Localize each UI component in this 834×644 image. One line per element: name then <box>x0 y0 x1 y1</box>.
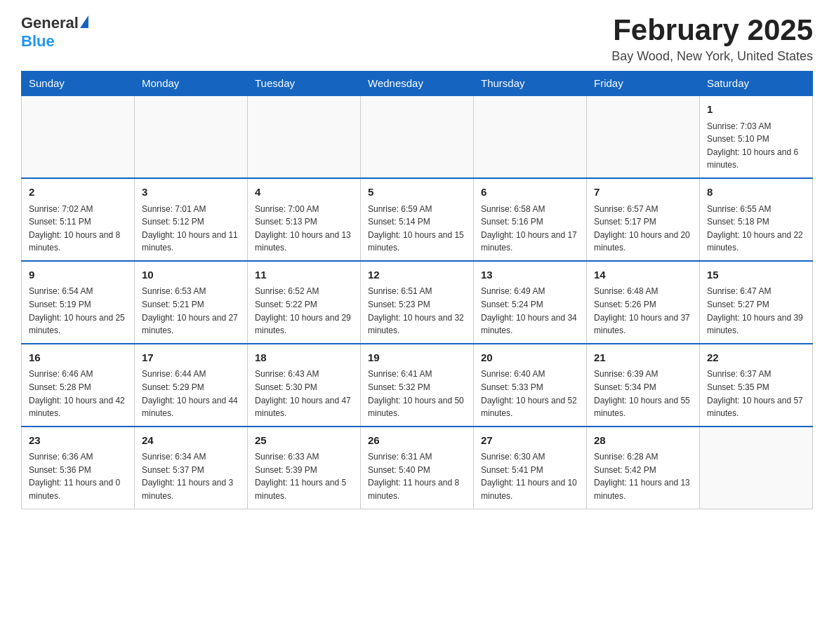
title-section: February 2025 Bay Wood, New York, United… <box>611 14 813 64</box>
day-number: 6 <box>481 185 579 201</box>
calendar-day-cell: 27Sunrise: 6:30 AMSunset: 5:41 PMDayligh… <box>474 427 587 509</box>
day-of-week-header: Friday <box>587 72 700 96</box>
calendar-day-cell: 7Sunrise: 6:57 AMSunset: 5:17 PMDaylight… <box>587 178 700 261</box>
calendar-week-row: 2Sunrise: 7:02 AMSunset: 5:11 PMDaylight… <box>22 178 813 261</box>
day-number: 2 <box>29 185 127 201</box>
calendar-week-row: 16Sunrise: 6:46 AMSunset: 5:28 PMDayligh… <box>22 344 813 427</box>
calendar-day-cell: 24Sunrise: 6:34 AMSunset: 5:37 PMDayligh… <box>135 427 248 509</box>
day-of-week-header: Saturday <box>700 72 813 96</box>
day-info-text: Sunrise: 6:55 AMSunset: 5:18 PMDaylight:… <box>707 203 805 255</box>
calendar-day-cell <box>22 95 135 178</box>
calendar-day-cell: 26Sunrise: 6:31 AMSunset: 5:40 PMDayligh… <box>361 427 474 509</box>
logo: General Blue <box>21 14 88 51</box>
calendar-day-cell: 3Sunrise: 7:01 AMSunset: 5:12 PMDaylight… <box>135 178 248 261</box>
calendar-day-cell: 2Sunrise: 7:02 AMSunset: 5:11 PMDaylight… <box>22 178 135 261</box>
calendar-day-cell: 9Sunrise: 6:54 AMSunset: 5:19 PMDaylight… <box>22 261 135 344</box>
calendar-day-cell <box>361 95 474 178</box>
day-number: 8 <box>707 185 805 201</box>
calendar-day-cell: 17Sunrise: 6:44 AMSunset: 5:29 PMDayligh… <box>135 344 248 427</box>
day-of-week-header: Wednesday <box>361 72 474 96</box>
day-number: 17 <box>142 350 240 366</box>
calendar-day-cell <box>474 95 587 178</box>
day-number: 13 <box>481 267 579 283</box>
calendar-week-row: 23Sunrise: 6:36 AMSunset: 5:36 PMDayligh… <box>22 427 813 509</box>
day-of-week-header: Thursday <box>474 72 587 96</box>
days-of-week-row: SundayMondayTuesdayWednesdayThursdayFrid… <box>22 72 813 96</box>
day-info-text: Sunrise: 6:36 AMSunset: 5:36 PMDaylight:… <box>29 450 127 502</box>
day-info-text: Sunrise: 6:47 AMSunset: 5:27 PMDaylight:… <box>707 285 805 337</box>
day-info-text: Sunrise: 6:53 AMSunset: 5:21 PMDaylight:… <box>142 285 240 337</box>
calendar-day-cell: 12Sunrise: 6:51 AMSunset: 5:23 PMDayligh… <box>361 261 474 344</box>
logo-general-text: General <box>21 14 79 32</box>
day-number: 7 <box>594 185 692 201</box>
calendar-day-cell: 16Sunrise: 6:46 AMSunset: 5:28 PMDayligh… <box>22 344 135 427</box>
location-subtitle: Bay Wood, New York, United States <box>611 49 813 64</box>
logo-triangle-icon <box>80 15 88 28</box>
day-number: 14 <box>594 267 692 283</box>
day-number: 1 <box>707 102 805 118</box>
day-number: 9 <box>29 267 127 283</box>
day-of-week-header: Monday <box>135 72 248 96</box>
calendar-day-cell: 20Sunrise: 6:40 AMSunset: 5:33 PMDayligh… <box>474 344 587 427</box>
day-info-text: Sunrise: 6:33 AMSunset: 5:39 PMDaylight:… <box>255 450 353 502</box>
day-number: 18 <box>255 350 353 366</box>
calendar-day-cell <box>587 95 700 178</box>
day-info-text: Sunrise: 7:03 AMSunset: 5:10 PMDaylight:… <box>707 120 805 172</box>
day-number: 23 <box>29 433 127 449</box>
day-info-text: Sunrise: 6:31 AMSunset: 5:40 PMDaylight:… <box>368 450 466 502</box>
day-number: 12 <box>368 267 466 283</box>
calendar-day-cell: 8Sunrise: 6:55 AMSunset: 5:18 PMDaylight… <box>700 178 813 261</box>
calendar-day-cell: 11Sunrise: 6:52 AMSunset: 5:22 PMDayligh… <box>248 261 361 344</box>
logo-blue-text: Blue <box>21 32 55 51</box>
day-info-text: Sunrise: 6:43 AMSunset: 5:30 PMDaylight:… <box>255 368 353 420</box>
day-number: 20 <box>481 350 579 366</box>
day-number: 27 <box>481 433 579 449</box>
calendar-day-cell: 19Sunrise: 6:41 AMSunset: 5:32 PMDayligh… <box>361 344 474 427</box>
calendar-day-cell: 6Sunrise: 6:58 AMSunset: 5:16 PMDaylight… <box>474 178 587 261</box>
day-number: 19 <box>368 350 466 366</box>
page-header: General Blue February 2025 Bay Wood, New… <box>21 14 813 64</box>
day-info-text: Sunrise: 6:46 AMSunset: 5:28 PMDaylight:… <box>29 368 127 420</box>
day-number: 25 <box>255 433 353 449</box>
day-number: 24 <box>142 433 240 449</box>
day-info-text: Sunrise: 6:40 AMSunset: 5:33 PMDaylight:… <box>481 368 579 420</box>
calendar-day-cell: 25Sunrise: 6:33 AMSunset: 5:39 PMDayligh… <box>248 427 361 509</box>
calendar-day-cell: 14Sunrise: 6:48 AMSunset: 5:26 PMDayligh… <box>587 261 700 344</box>
day-number: 11 <box>255 267 353 283</box>
calendar-day-cell: 18Sunrise: 6:43 AMSunset: 5:30 PMDayligh… <box>248 344 361 427</box>
calendar-day-cell: 23Sunrise: 6:36 AMSunset: 5:36 PMDayligh… <box>22 427 135 509</box>
day-number: 16 <box>29 350 127 366</box>
day-info-text: Sunrise: 6:44 AMSunset: 5:29 PMDaylight:… <box>142 368 240 420</box>
calendar-week-row: 1Sunrise: 7:03 AMSunset: 5:10 PMDaylight… <box>22 95 813 178</box>
day-number: 26 <box>368 433 466 449</box>
calendar-day-cell <box>135 95 248 178</box>
calendar-body: 1Sunrise: 7:03 AMSunset: 5:10 PMDaylight… <box>22 95 813 509</box>
day-info-text: Sunrise: 6:28 AMSunset: 5:42 PMDaylight:… <box>594 450 692 502</box>
day-info-text: Sunrise: 7:02 AMSunset: 5:11 PMDaylight:… <box>29 203 127 255</box>
day-number: 21 <box>594 350 692 366</box>
day-number: 15 <box>707 267 805 283</box>
calendar-day-cell: 22Sunrise: 6:37 AMSunset: 5:35 PMDayligh… <box>700 344 813 427</box>
calendar-table: SundayMondayTuesdayWednesdayThursdayFrid… <box>21 71 813 509</box>
day-info-text: Sunrise: 6:37 AMSunset: 5:35 PMDaylight:… <box>707 368 805 420</box>
month-title: February 2025 <box>611 14 813 46</box>
day-of-week-header: Tuesday <box>248 72 361 96</box>
calendar-header: SundayMondayTuesdayWednesdayThursdayFrid… <box>22 72 813 96</box>
calendar-day-cell: 21Sunrise: 6:39 AMSunset: 5:34 PMDayligh… <box>587 344 700 427</box>
day-number: 10 <box>142 267 240 283</box>
calendar-day-cell <box>248 95 361 178</box>
day-info-text: Sunrise: 7:01 AMSunset: 5:12 PMDaylight:… <box>142 203 240 255</box>
day-info-text: Sunrise: 6:41 AMSunset: 5:32 PMDaylight:… <box>368 368 466 420</box>
day-info-text: Sunrise: 6:57 AMSunset: 5:17 PMDaylight:… <box>594 203 692 255</box>
calendar-day-cell <box>700 427 813 509</box>
day-info-text: Sunrise: 6:51 AMSunset: 5:23 PMDaylight:… <box>368 285 466 337</box>
day-info-text: Sunrise: 6:48 AMSunset: 5:26 PMDaylight:… <box>594 285 692 337</box>
day-number: 3 <box>142 185 240 201</box>
calendar-day-cell: 1Sunrise: 7:03 AMSunset: 5:10 PMDaylight… <box>700 95 813 178</box>
day-info-text: Sunrise: 6:54 AMSunset: 5:19 PMDaylight:… <box>29 285 127 337</box>
day-number: 28 <box>594 433 692 449</box>
calendar-day-cell: 15Sunrise: 6:47 AMSunset: 5:27 PMDayligh… <box>700 261 813 344</box>
day-number: 22 <box>707 350 805 366</box>
day-info-text: Sunrise: 6:34 AMSunset: 5:37 PMDaylight:… <box>142 450 240 502</box>
day-info-text: Sunrise: 7:00 AMSunset: 5:13 PMDaylight:… <box>255 203 353 255</box>
